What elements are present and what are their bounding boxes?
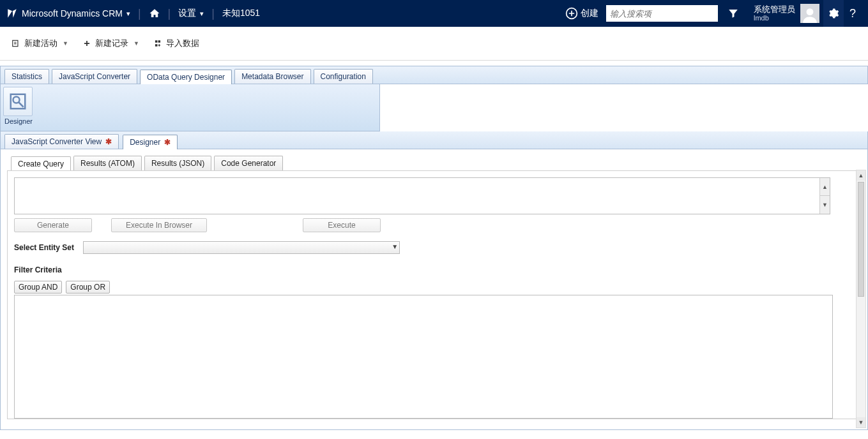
top-nav: Microsoft Dynamics CRM ▾ | | 设置 ▾ | 未知10…: [0, 0, 868, 27]
tabstrip-views: JavaScript Converter View ✱ Designer ✱: [0, 131, 868, 149]
user-menu[interactable]: 系统管理员 lmdb: [754, 4, 795, 23]
group-buttons: Group AND Group OR: [14, 281, 854, 294]
execute-in-browser-button[interactable]: Execute In Browser: [111, 218, 207, 232]
advanced-find-button[interactable]: [720, 8, 746, 19]
tab-statistics[interactable]: Statistics: [4, 69, 49, 84]
svg-point-2: [807, 8, 814, 15]
brand-label: Microsoft Dynamics CRM: [22, 8, 123, 19]
chevron-down-icon: ▾: [200, 10, 204, 18]
new-activity-icon: [11, 39, 20, 48]
avatar[interactable]: [800, 4, 819, 23]
filter-icon: [727, 8, 739, 19]
nav-settings-label: 设置: [178, 8, 196, 19]
scroll-down-icon[interactable]: ▼: [857, 417, 865, 428]
crm-logo-icon: [6, 8, 18, 19]
user-name: 系统管理员: [754, 4, 795, 15]
group-and-button[interactable]: Group AND: [14, 281, 62, 294]
brand[interactable]: Microsoft Dynamics CRM ▾: [6, 8, 130, 19]
chevron-down-icon: ▼: [392, 243, 398, 250]
cmd-new-activity[interactable]: 新建活动 ▼: [11, 38, 68, 49]
chevron-down-icon: ▼: [133, 40, 139, 47]
plus-circle-icon: [565, 7, 578, 20]
scroll-up-button[interactable]: ▲: [819, 178, 830, 196]
scroll-down-button[interactable]: ▼: [819, 196, 830, 214]
command-bar: 新建活动 ▼ 新建记录 ▼ 导入数据: [0, 27, 868, 60]
tabstrip-main: Statistics JavaScript Converter OData Qu…: [0, 66, 868, 84]
cmd-import-data-label: 导入数据: [166, 38, 199, 49]
person-icon: [802, 6, 818, 23]
entity-set-row: Select Entity Set ▼: [14, 241, 854, 254]
home-button[interactable]: [149, 8, 160, 19]
ribbon-designer-button[interactable]: Designer: [3, 87, 34, 125]
tab-metadata-browser[interactable]: Metadata Browser: [234, 69, 310, 84]
scroll-thumb[interactable]: [858, 182, 864, 297]
tab-results-json[interactable]: Results (JSON): [144, 156, 211, 170]
generate-button[interactable]: Generate: [14, 218, 92, 232]
select-entity-set-label: Select Entity Set: [14, 243, 74, 252]
chevron-down-icon: ▾: [126, 10, 130, 18]
user-org: lmdb: [754, 14, 795, 22]
create-button[interactable]: 创建: [565, 7, 598, 20]
designer-body: Create Query Results (ATOM) Results (JSO…: [0, 149, 868, 430]
filter-criteria-label: Filter Criteria: [14, 265, 854, 274]
filter-criteria-area[interactable]: [14, 295, 833, 419]
plus-icon: [82, 39, 91, 48]
tab-view-js-converter-label: JavaScript Converter View: [11, 137, 102, 146]
entity-set-select[interactable]: ▼: [83, 241, 400, 254]
create-query-panel: ▲ ▼ Generate Execute In Browser Execute …: [7, 170, 861, 419]
cmd-import-data[interactable]: 导入数据: [153, 38, 199, 49]
create-label: 创建: [581, 8, 598, 19]
scroll-up-icon[interactable]: ▲: [857, 170, 865, 181]
tab-code-generator[interactable]: Code Generator: [214, 156, 283, 170]
cmd-new-activity-label: 新建活动: [24, 38, 57, 49]
close-icon[interactable]: ✱: [105, 138, 112, 145]
query-textarea[interactable]: ▲ ▼: [14, 177, 830, 214]
cmd-new-record[interactable]: 新建记录 ▼: [82, 38, 139, 49]
gear-icon: [828, 8, 839, 19]
nav-settings[interactable]: 设置 ▾: [178, 8, 204, 19]
help-button[interactable]: ?: [844, 7, 862, 20]
search-box[interactable]: [606, 5, 718, 22]
tab-view-designer-label: Designer: [130, 138, 160, 147]
nav-unknown-label: 未知1051: [222, 8, 260, 19]
chevron-down-icon: ▼: [63, 40, 68, 47]
tab-configuration[interactable]: Configuration: [314, 69, 373, 84]
import-icon: [153, 39, 162, 48]
home-icon: [149, 8, 160, 19]
tab-view-designer[interactable]: Designer ✱: [123, 135, 178, 149]
ribbon-designer-label: Designer: [4, 117, 33, 125]
group-or-button[interactable]: Group OR: [66, 281, 110, 294]
execute-button[interactable]: Execute: [303, 218, 381, 232]
tabstrip-designer: Create Query Results (ATOM) Results (JSO…: [11, 156, 861, 170]
tab-create-query[interactable]: Create Query: [11, 156, 71, 171]
cmd-new-record-label: 新建记录: [95, 38, 128, 49]
tab-view-js-converter[interactable]: JavaScript Converter View ✱: [4, 134, 119, 149]
close-icon[interactable]: ✱: [164, 138, 171, 146]
search-input[interactable]: [610, 9, 718, 19]
scrollbar-vertical[interactable]: ▲ ▼: [856, 170, 866, 428]
divider: |: [211, 7, 215, 20]
tab-odata-designer[interactable]: OData Query Designer: [140, 70, 232, 84]
ribbon: Designer: [0, 84, 380, 131]
tab-results-atom[interactable]: Results (ATOM): [73, 156, 142, 170]
svg-point-5: [13, 97, 20, 103]
nav-unknown[interactable]: 未知1051: [222, 8, 260, 19]
help-icon: ?: [849, 7, 856, 20]
divider: |: [168, 7, 171, 20]
settings-button[interactable]: [823, 0, 844, 27]
action-buttons: Generate Execute In Browser Execute: [14, 218, 854, 232]
tab-js-converter[interactable]: JavaScript Converter: [52, 69, 137, 84]
divider: |: [138, 7, 141, 20]
designer-icon: [8, 92, 27, 111]
